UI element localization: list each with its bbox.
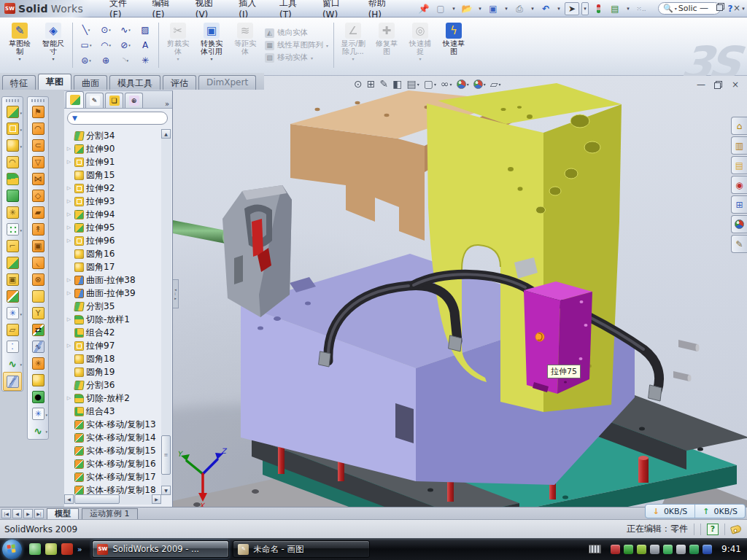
dropdown-icon[interactable]: ▾ bbox=[20, 111, 22, 115]
cmd-circle-button[interactable]: ⊙▾ bbox=[96, 23, 115, 37]
solidworks-resources-tab[interactable]: ⌂ bbox=[731, 117, 747, 135]
reference-geometry-b-button[interactable]: ✳▾ bbox=[28, 405, 47, 422]
undo-arrow-icon[interactable]: ▾ bbox=[555, 2, 562, 15]
cmd-sketch-text-button[interactable]: A bbox=[136, 38, 155, 52]
expander-icon[interactable]: ▷ bbox=[66, 185, 72, 191]
tree-item[interactable]: ▷切除-放样2 bbox=[66, 392, 162, 405]
scroll-thumb[interactable]: ≡ bbox=[161, 435, 171, 475]
print-arrow-icon[interactable]: ▾ bbox=[529, 2, 536, 15]
tree-filter-box[interactable]: ▼ bbox=[67, 112, 168, 125]
tree-item[interactable]: ▷曲面-拉伸39 bbox=[66, 287, 162, 300]
tree-item[interactable]: 圆角16 bbox=[66, 247, 162, 260]
tree-item[interactable]: 圆角15 bbox=[66, 168, 162, 182]
tree-item[interactable]: ▷拉伸92 bbox=[66, 182, 162, 195]
toolbar-grip[interactable] bbox=[6, 99, 19, 102]
spline-curve-button[interactable]: ∿▾ bbox=[3, 355, 22, 372]
tray-volume-icon[interactable] bbox=[650, 545, 659, 554]
surface-sweep-button[interactable]: ⊂ bbox=[28, 137, 47, 154]
cmd-polygon-button[interactable]: ⊕ bbox=[96, 53, 115, 68]
dropdown-icon[interactable]: ▾ bbox=[52, 56, 54, 61]
tray-network-warning-icon[interactable] bbox=[676, 545, 686, 554]
tab-nav-1-button[interactable]: ◀ bbox=[12, 509, 22, 518]
options-arrow-icon[interactable]: ▾ bbox=[624, 2, 632, 15]
cmd-point-button[interactable]: ✳ bbox=[136, 53, 155, 68]
magnified-selection-button[interactable]: ✎ bbox=[379, 78, 388, 90]
cmd-rapid-sketch-button[interactable]: ϟ快速草 图 bbox=[437, 20, 471, 70]
fillet-button[interactable]: ▾ bbox=[3, 137, 22, 154]
cmd-smart-dimension-button[interactable]: ◈智能尺 寸▾ bbox=[36, 20, 70, 70]
minimize-button[interactable]: — bbox=[698, 3, 710, 14]
design-library-tab[interactable]: ▥ bbox=[731, 136, 747, 155]
tag-icon[interactable] bbox=[730, 524, 742, 534]
expander-icon[interactable]: ▷ bbox=[66, 211, 72, 217]
tray-action-center-icon[interactable] bbox=[703, 545, 712, 554]
cmd-spline-button[interactable]: ∿▾ bbox=[116, 23, 135, 37]
undo-icon[interactable]: ↶ bbox=[538, 2, 553, 15]
select-arrow-icon[interactable]: ▾ bbox=[581, 2, 589, 15]
hole-wizard-button[interactable]: ✳ bbox=[3, 204, 22, 221]
cmd-repair-sketch-button[interactable]: ✚修复草 图 bbox=[370, 20, 403, 70]
dropdown-icon[interactable]: ▾ bbox=[417, 82, 419, 87]
dropdown-icon[interactable]: ▾ bbox=[88, 28, 90, 32]
split-button[interactable] bbox=[3, 254, 22, 271]
taskbar-button[interactable]: SWSolidWorks 2009 - ... bbox=[92, 540, 229, 558]
toolbar-grip[interactable] bbox=[31, 99, 44, 102]
dropdown-icon[interactable]: ▾ bbox=[20, 362, 22, 367]
dropdown-icon[interactable]: ▾ bbox=[177, 56, 179, 61]
expander-icon[interactable]: ▷ bbox=[66, 159, 72, 165]
restore-button[interactable] bbox=[716, 3, 724, 11]
tree-item[interactable]: 分割34 bbox=[66, 129, 162, 142]
keyboard-tray-icon[interactable] bbox=[589, 545, 601, 553]
dropdown-icon[interactable]: ▾ bbox=[128, 28, 131, 32]
cmd-ellipse-button[interactable]: ⊘▾ bbox=[116, 38, 135, 52]
3d-model[interactable]: Y Z X bbox=[173, 76, 747, 507]
knit-surface-button[interactable]: ∿ bbox=[28, 338, 47, 355]
tree-item[interactable]: 组合42 bbox=[66, 326, 162, 339]
quick-launch-overflow-icon[interactable]: » bbox=[77, 545, 82, 553]
zoom-to-fit-button[interactable]: ⊙ bbox=[354, 78, 363, 90]
tree-horizontal-scrollbar[interactable]: ◀ ▶ bbox=[64, 494, 161, 505]
cmd-slot-button[interactable]: ⊜▾ bbox=[77, 53, 96, 68]
scroll-up-icon[interactable]: ▲ bbox=[161, 129, 171, 139]
search-dropdown-icon[interactable]: ▾ bbox=[675, 6, 677, 11]
dropdown-icon[interactable]: ▾ bbox=[311, 55, 313, 61]
start-button[interactable] bbox=[2, 540, 22, 559]
expander-icon[interactable]: ▷ bbox=[66, 395, 72, 401]
measure-button[interactable]: ⟋ bbox=[3, 372, 22, 391]
new-file-icon[interactable]: ▢ bbox=[433, 2, 448, 15]
sprue-insert-body[interactable] bbox=[173, 185, 292, 317]
plane-button[interactable]: ▱ bbox=[3, 322, 22, 338]
expander-icon[interactable]: ▷ bbox=[66, 277, 72, 283]
options-icon[interactable]: ▤ bbox=[608, 2, 622, 15]
solidworks-launcher-icon[interactable] bbox=[61, 543, 73, 555]
cmd-quick-snaps-button[interactable]: ◎快速捕 捉▾ bbox=[403, 20, 437, 70]
tree-item[interactable]: ▷曲面-拉伸38 bbox=[66, 273, 162, 287]
cut-with-surface-button[interactable]: ● bbox=[28, 389, 47, 405]
tray-update-icon[interactable] bbox=[637, 545, 646, 554]
tree-item[interactable]: 实体-移动/复制16 bbox=[66, 457, 162, 470]
cmd-arc-button[interactable]: ◠▾ bbox=[96, 38, 115, 52]
dropdown-icon[interactable]: ▾ bbox=[419, 56, 422, 61]
extend-surface-button[interactable]: ◟ bbox=[28, 254, 47, 271]
new-file-arrow-icon[interactable]: ▾ bbox=[450, 2, 457, 15]
messenger-icon[interactable] bbox=[29, 543, 41, 555]
scroll-right-icon[interactable]: ▶ bbox=[152, 494, 161, 504]
tree-item[interactable]: ▷切除-放样1 bbox=[66, 313, 162, 326]
tree-item[interactable]: 实体-移动/复制14 bbox=[66, 431, 162, 444]
planar-surface-button[interactable]: ▰ bbox=[28, 204, 47, 221]
surface-loft-button[interactable]: ▽ bbox=[28, 154, 47, 171]
tree-vertical-scrollbar[interactable]: ▲ ≡ ▼ bbox=[161, 129, 171, 495]
swept-boss-button[interactable]: ◠ bbox=[3, 154, 22, 171]
view-orientation-button[interactable]: ▤▾ bbox=[406, 78, 419, 90]
dropdown-icon[interactable]: ▾ bbox=[352, 56, 355, 61]
tree-item[interactable]: 分割36 bbox=[66, 378, 162, 392]
edit-appearance-button[interactable]: ▾ bbox=[457, 79, 469, 89]
cmd-mirror-entities-button[interactable]: ◭镜向实体 bbox=[265, 28, 328, 38]
cmd-line-button[interactable]: ╲▾ bbox=[77, 23, 96, 37]
hide-show-items-button[interactable]: ∞▾ bbox=[441, 78, 452, 90]
cmd-rectangle-button[interactable]: ▭▾ bbox=[77, 38, 96, 52]
offset-surface-button[interactable]: ↟ bbox=[28, 221, 47, 238]
delete-face-button[interactable]: ⊗ bbox=[28, 271, 47, 288]
combine-button[interactable]: ▣ bbox=[3, 271, 22, 288]
cmd-sketch-draw-button[interactable]: ✎草图绘 制▾ bbox=[3, 20, 36, 70]
